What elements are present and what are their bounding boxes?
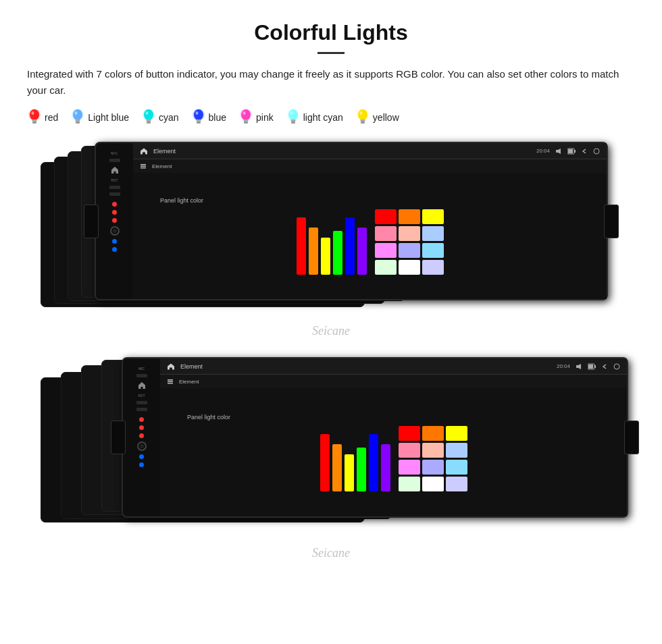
bottom-unit-section: MIC RST [27,357,635,566]
screen-top-bar: Element 20:04 [133,143,607,159]
led-red-2 [112,210,117,215]
top-unit-stack: MIC RST [41,142,621,331]
side-btn-3 [109,192,120,196]
svg-point-19 [195,111,198,115]
led-inner [113,229,117,233]
color-bar-0 [297,217,306,275]
color-label-pink: pink [256,112,274,123]
car-unit-bottom-wrapper: MIC RST [41,357,621,566]
led-red [112,202,117,207]
swatch-6 [375,243,397,258]
swatch-11 [446,477,467,491]
swatch-3 [375,226,397,241]
color-item-red: red [27,108,58,127]
swatch-0 [399,426,420,441]
color-label-blue: blue [209,112,226,123]
bottom-led-blue [139,454,144,459]
color-bar-4 [369,434,378,491]
svg-rect-28 [291,122,295,124]
color-bar-1 [332,444,342,491]
svg-rect-17 [196,119,201,122]
svg-rect-40 [141,164,146,165]
svg-point-26 [288,109,298,120]
bottom-color-display-area [320,426,467,491]
swatch-5 [422,226,444,241]
svg-rect-33 [361,122,365,124]
swatch-9 [399,477,420,491]
color-bar-2 [321,238,330,275]
page-container: Colorful Lights Integrated with 7 colors… [0,0,662,593]
svg-rect-7 [76,119,80,122]
svg-point-24 [243,111,246,115]
svg-rect-38 [568,149,573,153]
swatch-1 [422,426,444,441]
bulb-icon-pink [238,108,253,127]
color-bar-4 [345,217,355,275]
color-indicators: redLight bluecyanbluepinklight cyanyello… [27,108,635,127]
svg-rect-35 [556,150,558,153]
svg-rect-13 [147,122,151,124]
color-bar-1 [309,227,318,275]
color-label-light-cyan: light cyan [303,112,343,123]
svg-rect-23 [244,122,248,124]
speaker-icon [555,148,562,155]
svg-point-14 [145,111,148,115]
bulb-icon-yellow [355,108,370,127]
svg-point-39 [594,149,599,154]
bottom-element-label: Element [180,363,203,370]
car-unit-top-wrapper: MIC RST [41,142,621,344]
bottom-mic-label: MIC [138,367,145,371]
svg-point-1 [30,109,39,120]
svg-rect-27 [290,119,295,122]
svg-rect-50 [168,383,173,384]
svg-point-16 [194,109,203,120]
led-circle [110,226,120,236]
page-title: Colorful Lights [27,20,635,45]
color-item-pink: pink [238,108,274,127]
svg-point-29 [290,111,292,115]
bottom-side-btn-2 [136,401,147,404]
bottom-screen-time: 20:04 [557,363,570,369]
home-screen-icon [140,147,148,155]
swatch-5 [446,443,467,458]
svg-rect-2 [32,119,37,122]
bottom-element-sub-label: Element [179,379,199,385]
element-sub-label: Element [152,163,172,169]
svg-rect-37 [574,150,576,153]
bottom-unit-stack: MIC RST [41,357,621,553]
bottom-led-red-3 [139,433,144,438]
bottom-screen-area: Element 20:04 Element [160,358,627,516]
mic-label: MIC [111,151,118,155]
side-panel-left: MIC RST [96,143,133,299]
color-label-cyan: cyan [159,112,179,123]
color-label-light-blue: Light blue [88,112,129,123]
side-btn-2 [109,186,120,189]
color-item-light-blue: Light blue [70,108,129,127]
bottom-mount-bracket-right [624,421,639,454]
main-unit-bottom: MIC RST [122,357,628,518]
color-bar-0 [320,434,330,491]
screen-main-content: Panel light color [133,173,607,299]
swatch-6 [399,460,420,475]
svg-rect-49 [168,381,173,383]
color-bar-5 [381,444,390,491]
svg-rect-32 [360,119,365,122]
color-display-area [297,209,444,275]
swatch-4 [422,443,444,458]
swatch-8 [446,460,467,475]
bottom-home-icon [137,381,147,390]
svg-rect-8 [76,122,80,124]
swatch-7 [422,460,444,475]
bottom-home-screen-icon [167,363,175,371]
svg-rect-41 [141,166,146,167]
svg-rect-18 [197,122,201,124]
color-bar-3 [357,448,366,491]
bulb-icon-cyan [141,108,156,127]
svg-rect-46 [588,365,593,369]
swatch-4 [399,226,420,241]
led-blue [112,239,117,244]
bottom-speaker-icon [576,363,582,370]
bottom-screen-sub-bar: Element [160,375,627,388]
title-section: Colorful Lights [27,20,635,54]
bottom-led-circle [137,441,147,451]
